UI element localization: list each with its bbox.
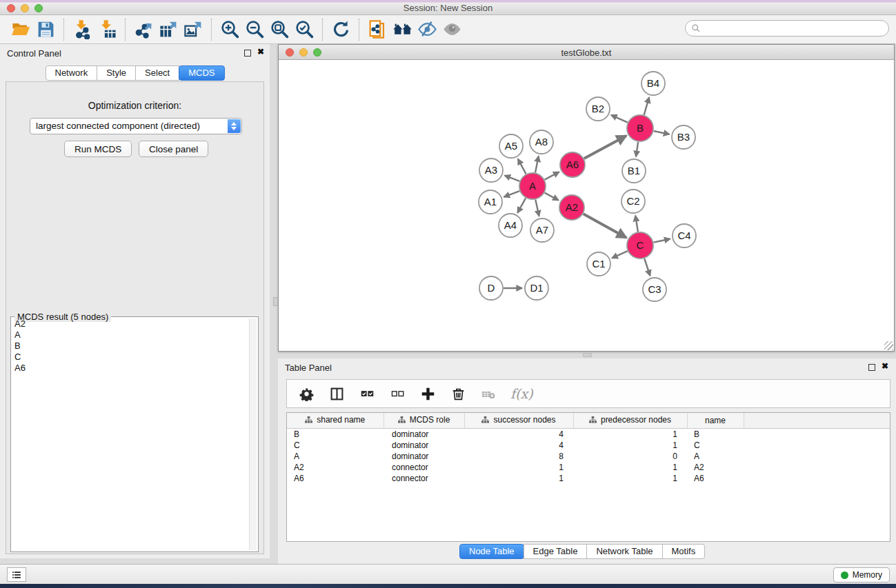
graph-node-B4[interactable]: B4 — [641, 72, 665, 95]
memory-button[interactable]: Memory — [833, 567, 890, 582]
graph-edge-A-A6[interactable] — [545, 172, 559, 179]
float-table-panel-icon[interactable] — [868, 364, 875, 371]
zoom-out-icon[interactable] — [242, 17, 267, 42]
tab-select[interactable]: Select — [135, 65, 179, 81]
float-panel-icon[interactable] — [244, 50, 251, 57]
graph-node-A5[interactable]: A5 — [499, 134, 523, 158]
graph-node-B1[interactable]: B1 — [622, 159, 646, 183]
graph-node-C[interactable]: C — [627, 232, 653, 258]
graph-node-A8[interactable]: A8 — [530, 130, 553, 154]
export-image-icon[interactable] — [181, 17, 206, 42]
delete-table-icon[interactable] — [480, 385, 497, 402]
gear-icon[interactable] — [298, 385, 315, 402]
graph-edge-A2-C[interactable] — [584, 214, 626, 238]
zoom-selected-icon[interactable] — [292, 17, 317, 42]
graph-node-A2[interactable]: A2 — [559, 195, 584, 220]
import-table-icon[interactable] — [94, 17, 119, 42]
table-row[interactable]: A2connector11A2 — [287, 462, 890, 473]
graph-edge-A-A2[interactable] — [545, 193, 559, 201]
graph-edge-A-A1[interactable] — [504, 191, 520, 197]
graph-node-C2[interactable]: C2 — [621, 190, 645, 213]
graph-edge-A-A7[interactable] — [535, 200, 539, 216]
network-graph-canvas[interactable]: B4B2BB3B1A5A8A6A3AA1A2A4A7C2CC4C1C3DD1 — [279, 60, 894, 351]
graph-node-C1[interactable]: C1 — [587, 252, 610, 276]
table-row[interactable]: Adominator80A — [287, 451, 890, 462]
tab-motifs[interactable]: Motifs — [662, 544, 706, 559]
graph-node-A6[interactable]: A6 — [560, 152, 585, 177]
export-table-icon[interactable] — [156, 17, 181, 42]
vertical-splitter-handle[interactable] — [273, 297, 278, 306]
graph-edge-B-B1[interactable] — [636, 142, 638, 156]
network-window-titlebar[interactable]: testGlobe.txt — [279, 45, 894, 60]
zoom-fit-icon[interactable] — [267, 17, 292, 42]
close-panel-button[interactable]: Close panel — [139, 141, 208, 157]
export-network-icon[interactable] — [131, 17, 156, 42]
close-table-panel-icon[interactable] — [882, 361, 888, 371]
graph-edge-C-C4[interactable] — [654, 239, 670, 243]
mcds-result-item[interactable]: B — [12, 341, 249, 352]
tab-network[interactable]: Network — [45, 65, 97, 81]
graph-node-D[interactable]: D — [479, 276, 503, 300]
graph-node-D1[interactable]: D1 — [525, 276, 548, 300]
tab-node-table[interactable]: Node Table — [459, 544, 524, 559]
graph-edge-B-B2[interactable] — [611, 115, 628, 123]
graph-node-C3[interactable]: C3 — [643, 278, 666, 301]
hide-details-eye-slash-icon[interactable] — [415, 17, 439, 42]
graph-node-A[interactable]: A — [519, 173, 546, 199]
graph-edge-C-C2[interactable] — [635, 216, 638, 232]
trash-icon[interactable] — [450, 385, 466, 402]
tab-network-table[interactable]: Network Table — [586, 544, 662, 559]
table-row[interactable]: Bdominator41B — [287, 428, 890, 440]
graph-edge-C-C1[interactable] — [612, 251, 628, 258]
mcds-result-item[interactable]: A — [12, 330, 249, 341]
tab-mcds[interactable]: MCDS — [179, 65, 224, 81]
add-icon[interactable] — [419, 385, 436, 402]
horizontal-splitter-handle[interactable] — [583, 353, 592, 357]
table-row[interactable]: Cdominator41C — [287, 440, 890, 451]
graph-node-A1[interactable]: A1 — [479, 190, 502, 214]
col-name[interactable]: name — [687, 413, 744, 428]
graph-node-C4[interactable]: C4 — [673, 224, 696, 247]
open-session-icon[interactable] — [8, 17, 33, 42]
graph-edge-A-A5[interactable] — [518, 159, 526, 174]
graph-node-B3[interactable]: B3 — [672, 125, 695, 149]
home-icon[interactable] — [390, 17, 415, 42]
tab-style[interactable]: Style — [97, 65, 136, 81]
mcds-result-item[interactable]: A6 — [12, 363, 249, 374]
network-snapshot-icon[interactable] — [365, 17, 390, 42]
task-history-button[interactable] — [7, 567, 26, 582]
col-successor-nodes[interactable]: successor nodes — [464, 413, 573, 428]
show-column-icon[interactable] — [328, 385, 345, 402]
graph-edge-A-A4[interactable] — [517, 198, 526, 212]
search-input[interactable] — [704, 23, 888, 33]
graph-node-A3[interactable]: A3 — [479, 159, 503, 182]
graph-node-B[interactable]: B — [627, 115, 653, 141]
fx-function-builder-icon[interactable]: f(x) — [510, 386, 533, 401]
graph-edge-A-A8[interactable] — [535, 156, 539, 173]
show-details-eye-icon[interactable] — [439, 17, 464, 42]
result-scrollbar[interactable] — [249, 318, 257, 550]
col-mcds-role[interactable]: MCDS role — [384, 413, 464, 428]
graph-edge-A-A3[interactable] — [505, 176, 520, 181]
mcds-result-item[interactable]: A2 — [12, 318, 249, 330]
graph-node-A4[interactable]: A4 — [499, 214, 522, 237]
criterion-dropdown[interactable]: largest connected component (directed) — [30, 118, 242, 134]
save-session-icon[interactable] — [33, 17, 58, 42]
graph-edge-C-C3[interactable] — [644, 258, 650, 276]
select-all-icon[interactable] — [359, 385, 375, 402]
import-network-icon[interactable] — [70, 17, 94, 42]
graph-edge-B-B3[interactable] — [654, 131, 670, 134]
zoom-in-icon[interactable] — [217, 17, 242, 42]
graph-node-A7[interactable]: A7 — [530, 219, 554, 242]
window-resize-grip[interactable] — [884, 341, 893, 350]
col-shared-name[interactable]: shared name — [287, 413, 384, 428]
graph-edge-B-B4[interactable] — [644, 97, 650, 115]
mcds-result-item[interactable]: C — [12, 352, 249, 363]
col-predecessor-nodes[interactable]: predecessor nodes — [573, 413, 687, 428]
tab-edge-table[interactable]: Edge Table — [524, 544, 588, 559]
graph-node-B2[interactable]: B2 — [586, 97, 610, 121]
deselect-all-icon[interactable] — [389, 385, 406, 402]
refresh-layout-icon[interactable] — [328, 17, 353, 42]
run-mcds-button[interactable]: Run MCDS — [64, 141, 132, 157]
graph-edge-A6-B[interactable] — [584, 136, 626, 159]
